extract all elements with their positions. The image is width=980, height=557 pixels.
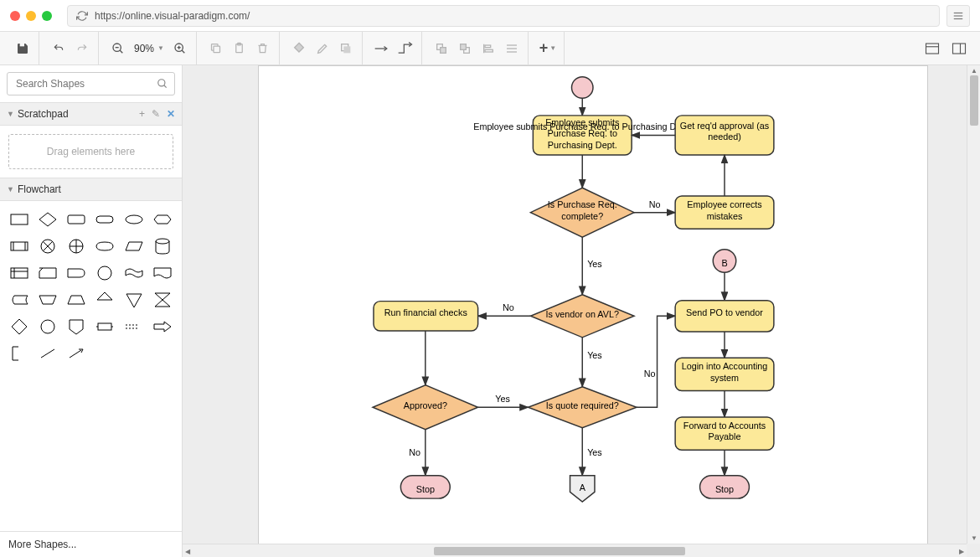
- scroll-left-icon[interactable]: ◀: [185, 548, 190, 555]
- shape-card[interactable]: [35, 261, 60, 285]
- paste-button[interactable]: [229, 38, 250, 59]
- zoom-out-button[interactable]: [107, 38, 129, 59]
- svg-rect-33: [68, 215, 85, 224]
- shape-diamond[interactable]: [35, 208, 60, 231]
- more-shapes-button[interactable]: More Shapes...: [0, 531, 182, 557]
- fill-icon: [292, 42, 306, 55]
- connection-style-button[interactable]: [371, 38, 393, 59]
- shape-cylinder[interactable]: [150, 235, 175, 258]
- main-area: ▼ Scratchpad + ✎ ✕ Drag elements here ▼ …: [0, 65, 980, 557]
- distribute-button[interactable]: [501, 38, 523, 59]
- shape-stored-data[interactable]: [7, 288, 32, 312]
- zoom-in-button[interactable]: [169, 38, 191, 59]
- minimize-window-icon[interactable]: [26, 11, 36, 21]
- shape-document[interactable]: [150, 261, 175, 285]
- drag-hint: Drag elements here: [47, 146, 135, 157]
- chevron-down-icon: ▼: [157, 44, 164, 52]
- shape-or[interactable]: [64, 235, 89, 258]
- shape-merge[interactable]: [121, 288, 147, 312]
- svg-rect-46: [11, 268, 28, 278]
- node-text: Is Purchase Req. complete?: [540, 199, 624, 222]
- node-text: Get req'd approval (as needed): [678, 121, 771, 143]
- search-icon[interactable]: [157, 78, 168, 90]
- node-text: Employee submits Purchase Req. to Purcha…: [535, 117, 629, 151]
- save-button[interactable]: [12, 38, 34, 59]
- edge-label: No: [409, 447, 420, 457]
- shape-tape[interactable]: [121, 261, 147, 285]
- align-button[interactable]: [477, 38, 499, 59]
- menu-button[interactable]: [946, 5, 970, 27]
- pencil-icon: [316, 42, 329, 55]
- shape-delay[interactable]: [64, 261, 89, 285]
- undo-icon: [52, 43, 65, 54]
- shape-subprocess[interactable]: [7, 235, 32, 258]
- scratchpad-add-icon[interactable]: +: [139, 108, 145, 120]
- copy-button[interactable]: [205, 38, 227, 59]
- chevron-down-icon: ▼: [549, 44, 556, 52]
- window-controls: [10, 11, 52, 21]
- shape-transfer[interactable]: [121, 315, 147, 338]
- shape-hexagon[interactable]: [150, 208, 175, 231]
- vscroll-thumb[interactable]: [970, 75, 978, 126]
- node-text: Is vendor on AVL?: [544, 309, 621, 319]
- scroll-right-icon[interactable]: ▶: [959, 548, 964, 555]
- svg-point-50: [41, 320, 54, 333]
- refresh-icon[interactable]: [76, 10, 88, 22]
- shape-terminator[interactable]: [92, 208, 117, 231]
- close-window-icon[interactable]: [10, 11, 20, 21]
- shape-arrow-line[interactable]: [64, 342, 89, 365]
- diagram-paper[interactable]: Employee submits Purchase Req. to Purcha…: [258, 65, 928, 557]
- horizontal-scrollbar[interactable]: ◀ ▶: [183, 544, 967, 557]
- shape-parallelogram[interactable]: [121, 235, 147, 258]
- node-text: Send PO to vendor: [678, 307, 771, 317]
- maximize-window-icon[interactable]: [42, 11, 52, 21]
- undo-button[interactable]: [48, 38, 70, 59]
- shape-circle2[interactable]: [35, 315, 60, 338]
- to-back-button[interactable]: [454, 38, 476, 59]
- shape-trapezoid[interactable]: [35, 288, 60, 312]
- line-color-button[interactable]: [312, 38, 333, 59]
- scratchpad-close-icon[interactable]: ✕: [167, 108, 175, 120]
- shape-diamond2[interactable]: [7, 315, 32, 338]
- shape-circle[interactable]: [92, 261, 117, 285]
- scratchpad-dropzone[interactable]: Drag elements here: [8, 134, 173, 169]
- edge[interactable]: [637, 316, 675, 407]
- node-start[interactable]: [571, 77, 593, 99]
- shape-display[interactable]: [92, 315, 117, 338]
- outline-panel-button[interactable]: [948, 38, 970, 59]
- flowchart-header[interactable]: ▼ Flowchart: [0, 178, 182, 201]
- insert-button[interactable]: +▼: [537, 38, 559, 59]
- zoom-level-dropdown[interactable]: 90%▼: [131, 43, 168, 54]
- to-front-button[interactable]: [431, 38, 452, 59]
- canvas[interactable]: Employee submits Purchase Req. to Purcha…: [183, 65, 980, 557]
- shape-data[interactable]: [92, 235, 117, 258]
- shadow-button[interactable]: [335, 38, 357, 59]
- scroll-down-icon[interactable]: ▼: [971, 534, 977, 542]
- waypoint-style-button[interactable]: [395, 38, 416, 59]
- shape-rectangle[interactable]: [7, 208, 32, 231]
- svg-point-30: [158, 80, 165, 86]
- shape-arrow[interactable]: [150, 315, 175, 338]
- vertical-scrollbar[interactable]: ▲ ▼: [967, 65, 980, 544]
- shape-ellipse[interactable]: [121, 208, 147, 231]
- scratchpad-edit-icon[interactable]: ✎: [152, 108, 160, 120]
- fill-color-button[interactable]: [288, 38, 310, 59]
- format-panel-button[interactable]: [921, 38, 943, 59]
- shape-internal-storage[interactable]: [7, 261, 32, 285]
- shape-rounded-rect[interactable]: [64, 208, 89, 231]
- hscroll-thumb[interactable]: [434, 547, 685, 555]
- node-text: Login into Accounting system: [678, 361, 771, 384]
- shape-sort[interactable]: [92, 288, 117, 312]
- shape-offpage[interactable]: [64, 315, 89, 338]
- scratchpad-header[interactable]: ▼ Scratchpad + ✎ ✕: [0, 102, 182, 126]
- scroll-up-icon[interactable]: ▲: [971, 67, 977, 75]
- url-bar[interactable]: https://online.visual-paradigm.com/: [67, 5, 940, 27]
- search-input[interactable]: [7, 72, 175, 95]
- shape-line[interactable]: [35, 342, 60, 365]
- redo-button[interactable]: [71, 38, 93, 59]
- shape-collate[interactable]: [150, 288, 175, 312]
- delete-button[interactable]: [252, 38, 274, 59]
- shape-annotation[interactable]: [7, 342, 32, 365]
- shape-connector[interactable]: [35, 235, 60, 258]
- shape-manual-op[interactable]: [64, 288, 89, 312]
